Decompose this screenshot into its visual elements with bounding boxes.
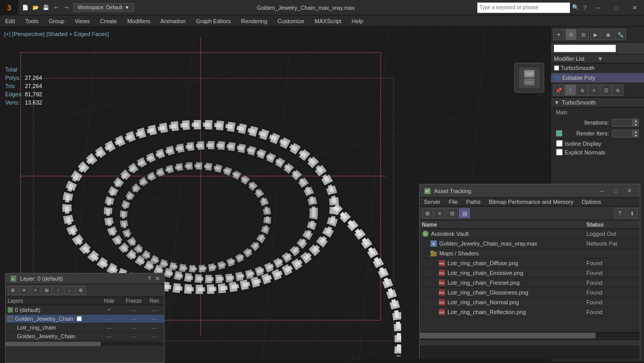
layer-active-indicator-default	[8, 307, 13, 313]
modifier-item-editpoly[interactable]: Editable Poly	[551, 73, 644, 83]
modifier-tool5[interactable]: ⊕	[612, 84, 623, 96]
undo-icon[interactable]: ↩	[51, 3, 61, 12]
modifier-tool1[interactable]: |	[565, 84, 576, 96]
menu-modifiers[interactable]: Modifiers	[122, 15, 155, 26]
hierarchy-icon[interactable]: ⊞	[578, 29, 589, 40]
asset-tool-help[interactable]: ?	[614, 208, 625, 218]
motion-icon[interactable]: ▶	[590, 29, 601, 40]
menu-customize[interactable]: Customize	[273, 15, 310, 26]
minimize-button[interactable]: ─	[588, 0, 607, 15]
layer-row-default[interactable]: 0 (default) ✓ — —	[6, 305, 164, 315]
menu-graph-editors[interactable]: Graph Editors	[191, 15, 236, 26]
asset-tool-1[interactable]: ⊞	[422, 208, 433, 218]
modifier-tool4[interactable]: ☰	[600, 84, 612, 96]
menu-group[interactable]: Group	[44, 15, 70, 26]
menu-edit[interactable]: Edit	[0, 15, 20, 26]
modifier-tool3[interactable]: ≡	[588, 84, 600, 96]
menu-rendering[interactable]: Rendering	[236, 15, 273, 26]
asset-maximize-button[interactable]: □	[609, 186, 622, 196]
layer-tool-5[interactable]: ↑	[53, 286, 63, 295]
asset-tool-info[interactable]: ℹ	[627, 208, 638, 218]
asset-emissive-status: Found	[586, 270, 638, 276]
asset-row-maxfile[interactable]: M Golden_Jewelry_Chain_max_vray.max Netw…	[420, 239, 640, 249]
col-layers: Layers	[8, 298, 97, 304]
layer-tool-4[interactable]: ⊞	[42, 286, 52, 295]
modifier-tool2[interactable]: ⊗	[577, 84, 588, 96]
layer-row-golden[interactable]: Golden_Jewelry_Chain — — —	[6, 315, 164, 323]
layer-row-lotr[interactable]: Lotr_ring_chain — — —	[6, 323, 164, 332]
layers-help-button[interactable]: ?	[148, 275, 151, 282]
layer-golden-label: Golden_Jewelry_Chain	[15, 316, 74, 322]
compass-graphic: TOP FRONT	[516, 65, 542, 91]
help-icon[interactable]: ?	[581, 5, 588, 11]
pin-icon[interactable]: 📌	[553, 84, 564, 96]
asset-tool-4[interactable]: ▤	[459, 208, 470, 218]
menu-animation[interactable]: Animation	[155, 15, 191, 26]
asset-row-vault[interactable]: V Autodesk Vault Logged Out	[420, 229, 640, 239]
redo-icon[interactable]: ↪	[62, 3, 71, 12]
new-icon[interactable]: 📄	[21, 3, 30, 12]
asset-close-button[interactable]: ✕	[622, 186, 636, 196]
asset-scrollbar-h2[interactable]	[420, 339, 640, 345]
open-icon[interactable]: 📂	[31, 3, 40, 12]
search-input[interactable]	[477, 3, 570, 13]
layers-close-button[interactable]: ✕	[155, 275, 160, 282]
iterations-down[interactable]: ▼	[633, 123, 639, 127]
asset-menu-options[interactable]: Options	[578, 198, 605, 206]
asset-title-left: AT Asset Tracking	[424, 187, 471, 195]
layer-hide-lotr: —	[97, 324, 121, 331]
modifier-item-turbosmooth[interactable]: TurboSmooth	[551, 63, 644, 73]
asset-menu-file[interactable]: File	[444, 198, 462, 206]
asset-row-maps[interactable]: Maps / Shaders	[420, 249, 640, 258]
viewport-stats: Total Polys: 27,264 Tris: 27,264 Edges: …	[4, 65, 43, 107]
asset-menu-paths[interactable]: Paths	[462, 198, 485, 206]
asset-menu-server[interactable]: Server	[420, 198, 444, 206]
create-icon[interactable]: ✦	[553, 29, 564, 40]
iterations-up[interactable]: ▲	[633, 118, 639, 123]
asset-menu-bitmap[interactable]: Bitmap Performance and Memory	[485, 198, 577, 206]
layer-tool-6[interactable]: ↓	[64, 286, 75, 295]
svg-rect-29	[431, 251, 434, 252]
render-iters-input[interactable]: 2	[612, 130, 633, 137]
workspace-button[interactable]: Workspace: Default ▼	[73, 3, 134, 12]
layers-scrollbar[interactable]	[6, 342, 164, 346]
asset-row-emissive[interactable]: PHC Lotr_ring_chain_Emissive.png Found	[420, 268, 640, 278]
asset-minimize-button[interactable]: ─	[596, 186, 609, 196]
search-icon[interactable]: 🔍	[570, 4, 581, 11]
utilities-icon[interactable]: 🔧	[615, 29, 626, 40]
asset-row-fresnel[interactable]: PHC Lotr_ring_chain_Fresnel.png Found	[420, 278, 640, 288]
close-button[interactable]: ✕	[625, 0, 644, 15]
render-iters-down[interactable]: ▼	[633, 133, 639, 137]
object-name-input[interactable]: Lotr_ring_chain	[554, 45, 616, 52]
layer-tool-1[interactable]: ⚙	[8, 286, 18, 295]
layer-freeze-default: —	[121, 307, 147, 313]
render-iters-checkbox[interactable]	[556, 130, 562, 136]
menu-maxscript[interactable]: MAXScript	[310, 15, 347, 26]
menu-views[interactable]: Views	[69, 15, 95, 26]
menu-create[interactable]: Create	[95, 15, 122, 26]
render-iters-up[interactable]: ▲	[633, 129, 639, 133]
menu-tools[interactable]: Tools	[20, 15, 44, 26]
layer-tool-2[interactable]: ✕	[19, 286, 29, 295]
maximize-button[interactable]: □	[607, 0, 625, 15]
layer-tool-3[interactable]: +	[30, 286, 41, 295]
modify-icon[interactable]: ⚙	[565, 29, 577, 40]
isoline-checkbox[interactable]	[556, 140, 563, 147]
layer-tool-7[interactable]: ⚙	[76, 286, 86, 295]
layer-name-golden: Golden_Jewelry_Chain	[8, 316, 97, 322]
layer-row-golden2[interactable]: Golden_Jewelry_Chain — — —	[6, 332, 164, 341]
menu-help[interactable]: Help	[347, 15, 369, 26]
asset-scrollbar-h[interactable]	[420, 332, 640, 338]
asset-row-glossiness[interactable]: PHC Lotr_ring_chain_Glossiness.png Found	[420, 288, 640, 298]
asset-tool-2[interactable]: ≡	[434, 208, 445, 218]
iterations-input[interactable]: 0	[612, 119, 633, 127]
asset-tool-3[interactable]: ⊟	[446, 208, 458, 218]
save-icon[interactable]: 💾	[41, 3, 50, 12]
display-icon[interactable]: ◉	[602, 29, 614, 40]
asset-row-diffuse[interactable]: PHC Lotr_ring_chain_Diffuse.png Found	[420, 258, 640, 268]
asset-row-normal[interactable]: PHC Lotr_ring_chain_Normal.png Found	[420, 298, 640, 307]
turbosmooth-section-header[interactable]: ▼ TurboSmooth	[551, 98, 644, 108]
asset-row-reflection[interactable]: PHC Lotr_ring_chain_Reflection.png Found	[420, 307, 640, 317]
explicit-normals-checkbox[interactable]	[556, 149, 563, 155]
modifier-list-dropdown-icon[interactable]: ▼	[598, 56, 641, 62]
